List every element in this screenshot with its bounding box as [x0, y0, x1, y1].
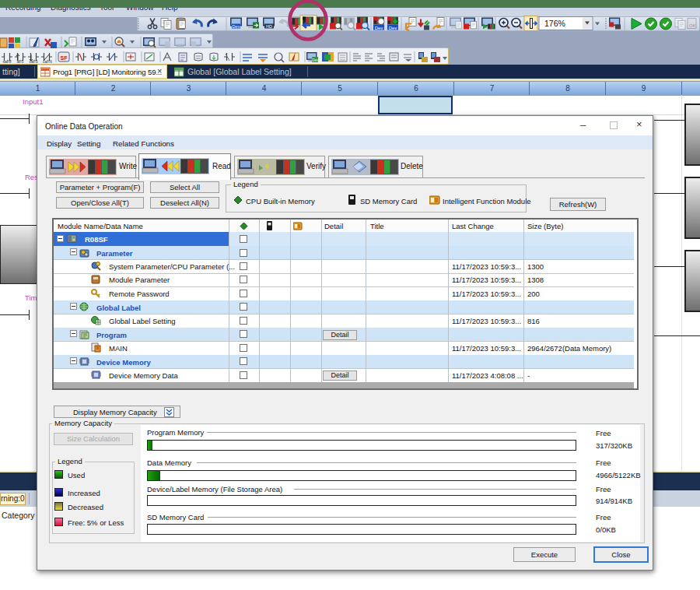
- svg-text:Dev: Dev: [389, 26, 397, 30]
- svg-text:OK: OK: [689, 23, 696, 28]
- svg-text:Dev: Dev: [233, 24, 240, 29]
- svg-text:saF8: saF8: [2, 59, 11, 64]
- svg-text:SF: SF: [61, 55, 68, 61]
- svg-text:HD: HD: [266, 24, 272, 29]
- svg-text:aF5: aF5: [17, 59, 24, 64]
- svg-text:Dev: Dev: [312, 58, 319, 62]
- svg-text:176%: 176%: [544, 19, 565, 28]
- svg-text:Dev: Dev: [375, 26, 383, 30]
- svg-text:caFN: caFN: [43, 59, 52, 64]
- svg-text:caF5: caF5: [29, 59, 37, 64]
